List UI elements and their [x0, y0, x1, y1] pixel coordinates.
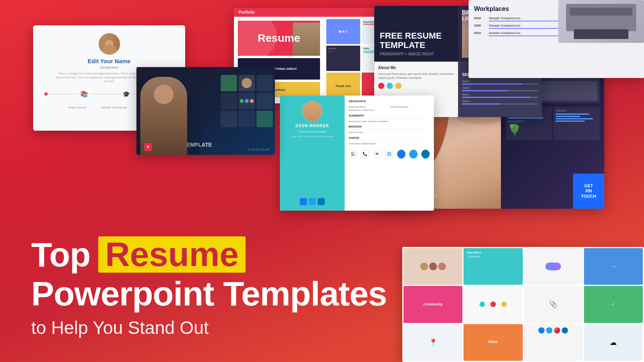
home-icon: 🏠: [349, 149, 357, 159]
card1-avatar: [99, 33, 120, 55]
grid-cell-social-icons: [524, 324, 583, 361]
card6-bottom-icons: 🏠 📞 ✉ 🌐: [349, 147, 430, 161]
facebook-icon: [300, 198, 307, 205]
card6-summary-section: Summary Ipsum lorem dolor sit amet conse…: [349, 114, 430, 123]
card5-get-in-touch: GET#INTOUCH: [573, 174, 604, 209]
grid-cell-clip: 📎: [524, 286, 583, 323]
typewriter-image: [558, 0, 644, 43]
mail-icon: ✉: [373, 149, 382, 159]
card6-graduate-section: GRADUATE Role/Field Name Sample text con…: [349, 99, 430, 112]
card3-header: Portfolio 5 x 9 A4: [234, 8, 398, 17]
card6-mission-section: Mission Dolor sit amet: [349, 125, 430, 134]
card4-dark-section: FREE RESUME TEMPLATE Paragraph + image r…: [374, 6, 458, 62]
tree-icon: [508, 123, 522, 137]
main-container: Edit Your Name Designation This is a sam…: [0, 0, 644, 362]
card2-person: [136, 67, 201, 155]
hero-line-3: to Help You Stand Out: [31, 317, 387, 339]
card2-plus-colors: PLUS 70 COLOR: [248, 148, 269, 151]
grid-cell-orange: Share: [464, 324, 522, 361]
hero-line-2: Powerpoint Templates: [31, 277, 387, 311]
card6-ln: [421, 149, 430, 159]
hero-highlight-text: Resume: [98, 236, 246, 272]
grid-cell-blue: →: [584, 248, 643, 285]
card-daen-marker: DAEN MARKER Professional Marketing 2009 …: [280, 96, 434, 211]
grid-cell-cloud: ☁: [584, 324, 643, 361]
card6-sidebar: DAEN MARKER Professional Marketing 2009 …: [280, 96, 345, 211]
hero-section: Top Resume Powerpoint Templates to Help …: [31, 236, 387, 339]
card6-social: [300, 198, 325, 205]
ig-social-icon: [554, 327, 560, 334]
grid-cell-map: 📍: [403, 324, 462, 361]
grid-cell-teal: Team Work Collaborate: [464, 248, 522, 285]
card6-tw: [409, 149, 418, 159]
card-workplaces: Workplaces 2010 Sample Company Inc. 2009…: [469, 0, 644, 78]
phone-icon: 📞: [361, 149, 370, 159]
card6-vision-section: Vision Consectetur adipiscing elit: [349, 136, 430, 145]
grid-cell-light1: [524, 248, 583, 285]
card-colorful-grid: Team Work Collaborate →: [402, 247, 644, 362]
web-icon: 🌐: [385, 149, 394, 159]
grid-cell-pink: Community: [403, 286, 462, 323]
hero-top-text: Top: [31, 238, 90, 272]
grid-cell-people: [403, 248, 462, 285]
timeline-icon-grad: 🎓: [121, 89, 132, 99]
skill-bar-1: Skill A: [462, 80, 538, 85]
ln-social-icon: [562, 327, 568, 334]
grid-cell-green: ✓: [584, 286, 643, 323]
hero-line-1: Top Resume: [31, 236, 387, 272]
skill-bar-3: Skill C: [462, 93, 538, 98]
svg-point-2: [510, 124, 514, 128]
fb-social-icon: [538, 327, 545, 334]
card6-fb: [397, 149, 406, 159]
twitter-icon: [309, 198, 316, 205]
card6-content: GRADUATE Role/Field Name Sample text con…: [345, 96, 434, 211]
skill-bar-4: Skill D: [462, 100, 538, 105]
card-creative-resume: CREATIVE RESUME POWERPOINT TEMPLATE: [136, 67, 275, 155]
linkedin-icon: [318, 198, 325, 205]
skill-bar-2: Skill B: [462, 87, 538, 91]
svg-point-3: [516, 125, 519, 128]
grid-cell-process: [464, 286, 522, 323]
card2-ppt-icon: P: [144, 143, 152, 151]
timeline-icon-book: 📚: [79, 89, 90, 99]
card6-avatar: [302, 101, 322, 121]
tw-social-icon: [546, 327, 552, 334]
card1-name: Edit Your Name: [88, 58, 131, 64]
card1-designation: Designation: [100, 66, 119, 69]
card3-main-slide: Resume: [238, 21, 320, 56]
card2-grid: [221, 75, 273, 127]
